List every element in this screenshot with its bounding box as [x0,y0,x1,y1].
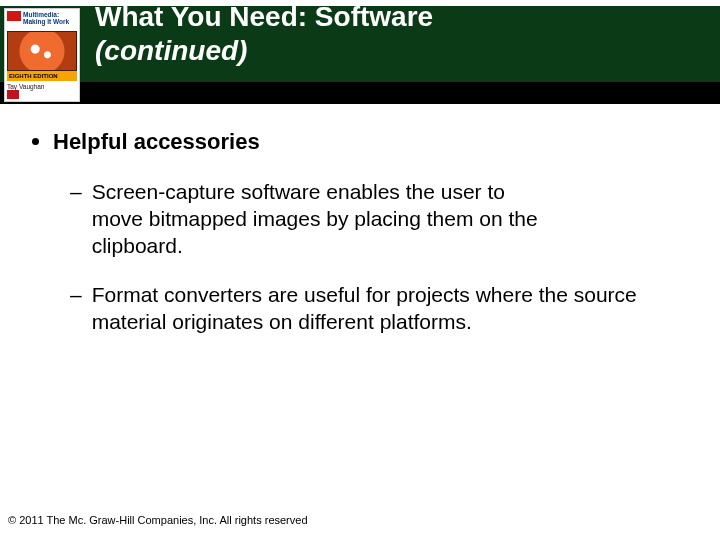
publisher-logo-icon [7,90,19,99]
slide-title: What You Need: Software (continued) [95,0,695,68]
bullet-level-2: – Format converters are useful for proje… [70,281,660,335]
book-title-line1: Multimedia: [23,11,59,18]
subbullet-text: Screen-capture software enables the user… [92,178,562,259]
subbullet-text: Format converters are useful for project… [92,281,660,335]
slide: What You Need: Software (continued) Mult… [0,0,720,540]
bullet-dot-icon [32,138,39,145]
title-main: What You Need: Software [95,1,433,32]
bullet-level-2: – Screen-capture software enables the us… [70,178,660,259]
title-continued: (continued) [95,35,247,66]
content-area: Helpful accessories – Screen-capture sof… [32,128,682,357]
footer-copyright: © 2011 The Mc. Graw-Hill Companies, Inc.… [8,514,308,526]
bullet-level-1: Helpful accessories [32,128,682,156]
book-author: Tay Vaughan [7,83,77,90]
book-cover-thumbnail: Multimedia: Making It Work EIGHTH EDITIO… [4,8,80,102]
book-title: Multimedia: Making It Work [23,11,77,25]
dash-icon: – [70,281,82,308]
dash-icon: – [70,178,82,205]
black-band [0,82,720,104]
bullet-text: Helpful accessories [53,128,260,156]
book-edition: EIGHTH EDITION [7,71,77,81]
book-title-line2: Making It Work [23,18,69,25]
book-cover-art-icon [7,31,77,71]
publisher-mark-icon [7,11,21,21]
